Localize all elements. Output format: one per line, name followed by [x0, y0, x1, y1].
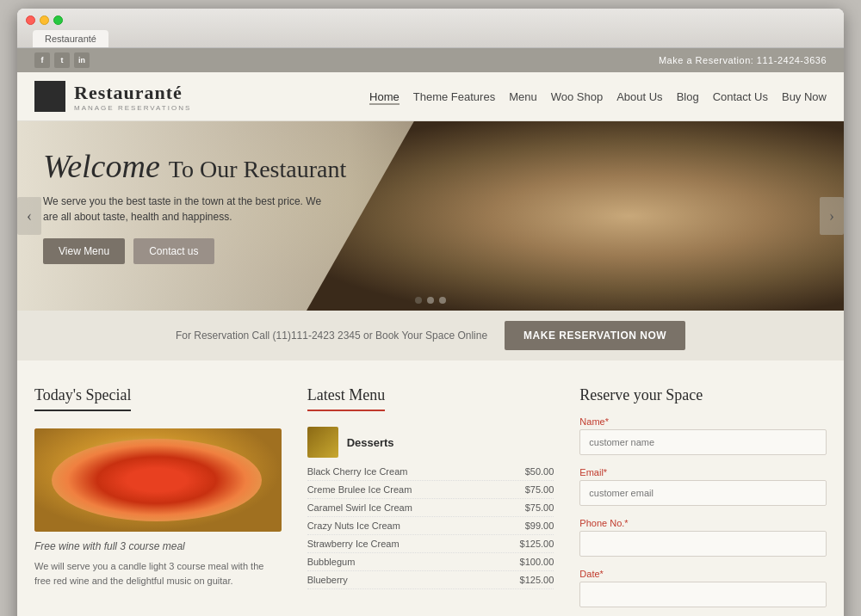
- hero-title-main: To Our Restaurant: [169, 156, 346, 182]
- menu-items-list: Black Cherry Ice Cream$50.00Creme Brulee…: [307, 463, 554, 589]
- special-description: We will serve you a candle light 3 cours…: [34, 559, 282, 588]
- menu-item-name: Black Cherry Ice Cream: [307, 466, 408, 477]
- date-input[interactable]: [579, 582, 827, 607]
- menu-item-name: Bubblegum: [307, 557, 356, 567]
- contact-button[interactable]: Contact us: [133, 238, 214, 264]
- email-required: *: [604, 467, 607, 477]
- reserve-section: Reserve your Space Name* Email* Phone No…: [579, 386, 827, 616]
- phone-label: Phone No.*: [579, 518, 827, 528]
- hero-title-line: Welcome To Our Restaurant: [43, 147, 405, 185]
- maximize-button[interactable]: [53, 15, 63, 25]
- menu-item: Crazy Nuts Ice Cream$99.00: [307, 517, 554, 535]
- dot-2[interactable]: [427, 297, 434, 304]
- todays-special-section: Today's Special Free wine with full 3 co…: [34, 386, 282, 616]
- logo-area: Restauranté Manage Reservations: [34, 81, 191, 112]
- site-tagline: Manage Reservations: [74, 104, 191, 112]
- social-icons: f t in: [34, 52, 90, 68]
- top-bar: f t in Make a Reservation: 111-2424-3636: [17, 48, 844, 72]
- twitter-icon[interactable]: t: [54, 52, 70, 68]
- menu-item-name: Caramel Swirl Ice Cream: [307, 502, 412, 513]
- nav-about-us[interactable]: About Us: [616, 89, 662, 105]
- name-input[interactable]: [579, 429, 827, 455]
- close-button[interactable]: [26, 15, 35, 25]
- nav-theme-features[interactable]: Theme Features: [413, 89, 495, 105]
- logo-icon: [34, 81, 65, 112]
- category-name: Desserts: [347, 436, 394, 449]
- menu-item: Strawberry Ice Cream$125.00: [307, 535, 554, 553]
- minimize-button[interactable]: [40, 15, 49, 25]
- latest-menu-section: Latest Menu Desserts Black Cherry Ice Cr…: [307, 386, 554, 616]
- site-header: Restauranté Manage Reservations Home The…: [17, 72, 844, 121]
- hero-dots: [415, 297, 446, 304]
- nav-woo-shop[interactable]: Woo Shop: [551, 89, 603, 105]
- phone-field-group: Phone No.*: [579, 518, 827, 565]
- browser-tab[interactable]: Restauranté: [33, 30, 108, 47]
- reservation-text: For Reservation Call (11)111-2423 2345 o…: [176, 330, 487, 342]
- menu-item: Caramel Swirl Ice Cream$75.00: [307, 499, 554, 517]
- nav-blog[interactable]: Blog: [677, 89, 699, 105]
- menu-item-price: $125.00: [520, 575, 554, 585]
- name-required: *: [605, 416, 609, 427]
- site-name: Restauranté: [74, 82, 191, 104]
- pizza-visual: [34, 428, 282, 532]
- menu-category: Desserts: [307, 427, 554, 458]
- name-field-group: Name*: [579, 416, 827, 464]
- make-reservation-button[interactable]: MAKE RESERVATION NOW: [505, 321, 685, 350]
- logo-text-wrap: Restauranté Manage Reservations: [74, 82, 191, 112]
- hero-buttons: View Menu Contact us: [43, 238, 405, 264]
- browser-buttons: [26, 15, 835, 30]
- hero-section: ‹ Welcome To Our Restaurant We serve you…: [17, 121, 844, 311]
- facebook-icon[interactable]: f: [34, 52, 50, 68]
- hero-next-button[interactable]: ›: [820, 197, 844, 235]
- special-caption: Free wine with full 3 course meal: [34, 540, 282, 552]
- category-image: [307, 427, 338, 458]
- website-content: f t in Make a Reservation: 111-2424-3636…: [17, 48, 844, 616]
- reservation-bar: For Reservation Call (11)111-2423 2345 o…: [17, 311, 844, 360]
- hero-prev-button[interactable]: ‹: [17, 197, 41, 235]
- menu-item-price: $75.00: [525, 484, 554, 495]
- phone-input[interactable]: [579, 531, 827, 557]
- nav-contact-us[interactable]: Contact Us: [713, 89, 768, 105]
- special-image: [34, 428, 282, 532]
- main-content: Today's Special Free wine with full 3 co…: [17, 360, 844, 616]
- main-nav: Home Theme Features Menu Woo Shop About …: [369, 89, 827, 105]
- reserve-title: Reserve your Space: [579, 386, 703, 410]
- menu-item: Black Cherry Ice Cream$50.00: [307, 463, 554, 481]
- menu-item-price: $125.00: [520, 539, 554, 549]
- email-field-group: Email*: [579, 467, 827, 514]
- email-label: Email*: [579, 467, 827, 477]
- reservation-phone: Make a Reservation: 111-2424-3636: [659, 55, 827, 65]
- date-required: *: [600, 569, 604, 579]
- phone-required: *: [624, 518, 628, 528]
- date-field-group: Date*: [579, 569, 827, 616]
- nav-home[interactable]: Home: [369, 89, 400, 105]
- browser-chrome: Restauranté: [17, 9, 844, 48]
- browser-window: Restauranté f t in Make a Reservation: 1…: [17, 9, 844, 616]
- email-input[interactable]: [579, 480, 827, 506]
- menu-item: Creme Brulee Ice Cream$75.00: [307, 481, 554, 499]
- nav-buy-now[interactable]: Buy Now: [782, 89, 827, 105]
- hero-title-welcome: Welcome: [43, 148, 160, 184]
- linkedin-icon[interactable]: in: [74, 52, 90, 68]
- menu-item-price: $50.00: [525, 466, 554, 477]
- todays-special-title: Today's Special: [34, 386, 131, 411]
- nav-menu[interactable]: Menu: [509, 89, 537, 105]
- menu-item-name: Blueberry: [307, 575, 348, 585]
- name-label: Name*: [579, 416, 827, 427]
- menu-item: Bubblegum$100.00: [307, 553, 554, 571]
- date-label: Date*: [579, 569, 827, 579]
- menu-item-name: Crazy Nuts Ice Cream: [307, 521, 400, 531]
- dot-1[interactable]: [415, 297, 422, 304]
- dot-3[interactable]: [439, 297, 446, 304]
- view-menu-button[interactable]: View Menu: [43, 238, 125, 264]
- menu-item-name: Strawberry Ice Cream: [307, 539, 400, 549]
- menu-item-price: $100.00: [520, 557, 554, 567]
- menu-item-price: $75.00: [525, 502, 554, 513]
- menu-item: Blueberry$125.00: [307, 571, 554, 589]
- menu-item-price: $99.00: [525, 521, 554, 531]
- hero-content: Welcome To Our Restaurant We serve you t…: [17, 121, 430, 290]
- hero-description: We serve you the best taste in the town …: [43, 194, 336, 225]
- menu-item-name: Creme Brulee Ice Cream: [307, 484, 412, 495]
- latest-menu-title: Latest Menu: [307, 386, 385, 411]
